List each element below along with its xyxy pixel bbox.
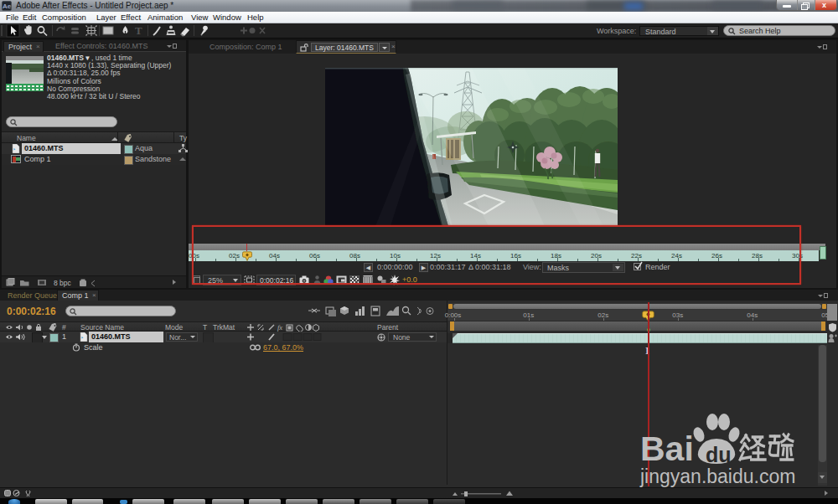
svg-text:du: du: [706, 443, 732, 466]
svg-text:jingyan.baidu.com: jingyan.baidu.com: [639, 465, 795, 487]
svg-text:8 bpc: 8 bpc: [54, 279, 72, 287]
svg-text:fx: fx: [277, 323, 282, 332]
svg-text:T: T: [135, 24, 142, 37]
svg-text:Bai: Bai: [640, 429, 694, 468]
